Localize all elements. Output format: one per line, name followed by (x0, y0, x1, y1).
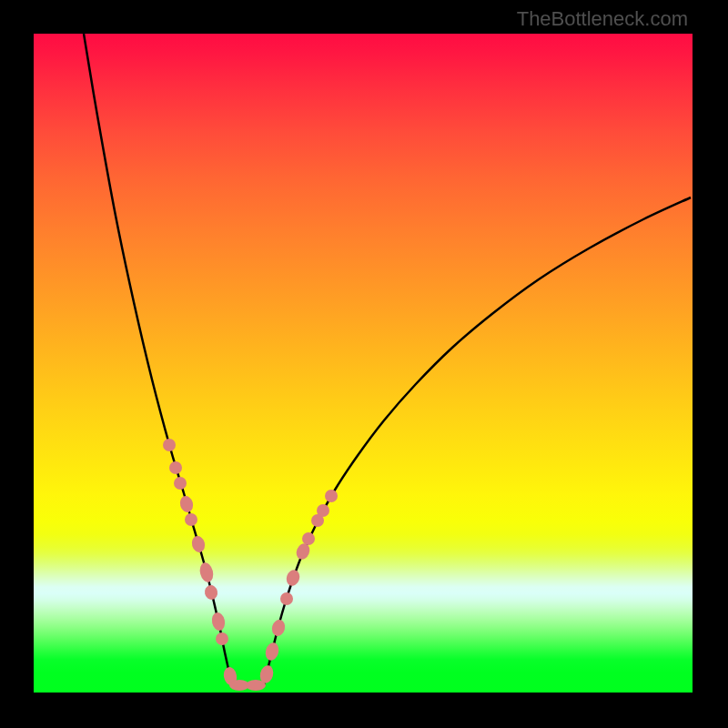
data-marker (198, 561, 216, 584)
data-marker (203, 584, 218, 602)
data-marker (325, 490, 338, 502)
data-marker (163, 439, 176, 451)
data-marker (285, 568, 302, 587)
data-marker (270, 618, 287, 637)
data-marker (190, 534, 207, 553)
data-marker (264, 642, 280, 662)
chart-svg (34, 34, 693, 693)
data-marker (317, 504, 329, 517)
data-marker (174, 477, 187, 490)
watermark-text: TheBottleneck.com (517, 7, 688, 31)
data-marker (178, 494, 195, 513)
data-marker (216, 632, 228, 645)
right-valley-curve (264, 197, 691, 685)
data-marker (302, 532, 315, 545)
data-marker (280, 592, 293, 605)
data-marker (169, 461, 182, 474)
data-marker (210, 612, 227, 632)
data-marker (185, 513, 197, 526)
data-markers (163, 439, 338, 691)
